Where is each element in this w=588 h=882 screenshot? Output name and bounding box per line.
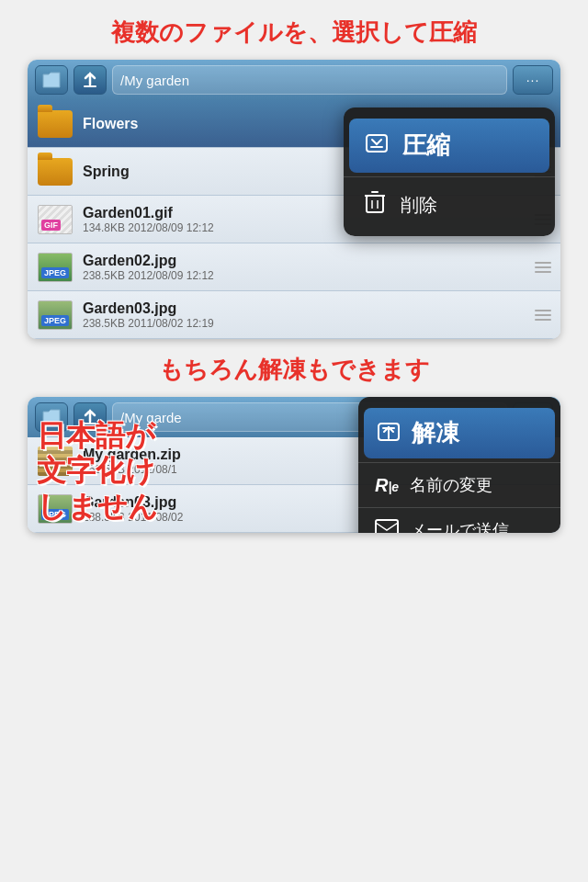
- file-info: Garden02.jpg 238.5KB 2012/08/09 12:12: [83, 253, 533, 282]
- drag-handle: [533, 310, 551, 321]
- mail-menu-item[interactable]: メールで送信: [358, 512, 560, 533]
- extract-menu-item[interactable]: 解凍: [364, 408, 555, 458]
- compress-menu-item[interactable]: 圧縮: [349, 119, 549, 173]
- delete-menu-item[interactable]: 削除: [344, 181, 555, 229]
- path-display-1: /My garden: [112, 65, 507, 95]
- folder-icon: [37, 106, 74, 142]
- compress-icon: [364, 131, 390, 161]
- rename-label: 名前の変更: [410, 474, 492, 496]
- file-name: Garden03.jpg: [83, 300, 533, 317]
- context-menu-1: 圧縮 削除: [344, 107, 555, 236]
- menu-divider: [344, 176, 555, 177]
- extract-label: 解凍: [412, 417, 459, 449]
- file-info: Garden03.jpg 238.5KB 2011/08/02 12:19: [83, 300, 533, 330]
- mid-heading: もちろん解凍もできます: [0, 339, 588, 397]
- folder-button-1[interactable]: [35, 65, 68, 95]
- file-meta: 238.5KB 2012/08/09 12:12: [83, 269, 533, 282]
- context-menu-2: 解凍 R|e 名前の変更 メールで送信: [358, 397, 560, 533]
- top-heading: 複数のファイルを、選択して圧縮: [0, 0, 588, 60]
- more-button-1[interactable]: ···: [513, 65, 553, 95]
- menu-divider: [358, 507, 560, 508]
- toolbar-1: /My garden ···: [28, 60, 560, 100]
- trash-icon: [362, 190, 388, 220]
- file-thumbnail: JPEG: [37, 249, 74, 286]
- mail-icon: [375, 519, 399, 533]
- file-thumbnail: JPEG: [37, 297, 74, 334]
- list-item[interactable]: JPEG Garden02.jpg 238.5KB 2012/08/09 12:…: [28, 243, 560, 291]
- delete-label: 削除: [401, 193, 437, 218]
- file-name: Garden02.jpg: [83, 253, 533, 269]
- svg-rect-3: [367, 196, 383, 212]
- menu-divider: [358, 462, 560, 463]
- file-meta: 238.5KB 2011/08/02 12:19: [83, 317, 533, 330]
- overlay-text: 日本語が文字化けしません: [37, 418, 158, 524]
- panel-1: /My garden ··· Flowers Spring: [28, 60, 560, 339]
- extract-icon: [377, 420, 401, 447]
- up-button-1[interactable]: [74, 65, 107, 95]
- drag-handle: [533, 262, 551, 273]
- list-item[interactable]: JPEG Garden03.jpg 238.5KB 2011/08/02 12:…: [28, 291, 560, 339]
- mail-label: メールで送信: [410, 519, 509, 533]
- file-thumbnail: GIF: [37, 201, 74, 238]
- rename-icon: R|e: [375, 475, 399, 496]
- rename-menu-item[interactable]: R|e 名前の変更: [358, 467, 560, 503]
- panel-2: /My garde My garden.zip 356.5KB 2012/08/…: [28, 397, 560, 533]
- folder-icon: [37, 153, 74, 190]
- compress-label: 圧縮: [402, 130, 450, 162]
